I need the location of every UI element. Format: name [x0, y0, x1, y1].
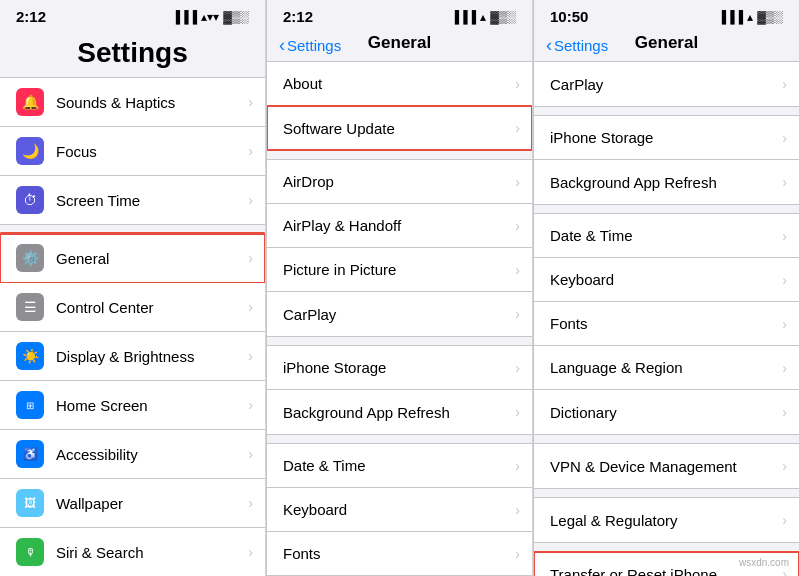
general-group-3: iPhone Storage › Background App Refresh … [267, 345, 532, 435]
status-icons-2: ▐▐▐ ▴ ▓▒░ [451, 10, 516, 24]
general-item-background-refresh[interactable]: Background App Refresh › [267, 390, 532, 434]
screen-time-chevron: › [248, 192, 253, 208]
iphone-storage-label-3: iPhone Storage [550, 129, 782, 146]
back-chevron-3: ‹ [546, 35, 552, 56]
legal-chevron-3: › [782, 512, 787, 528]
fonts-chevron-2: › [515, 546, 520, 562]
background-refresh-label-3: Background App Refresh [550, 174, 782, 191]
general3-item-iphone-storage[interactable]: iPhone Storage › [534, 116, 799, 160]
keyboard-chevron-2: › [515, 502, 520, 518]
panel2-content: About › Software Update › AirDrop › AirP… [267, 61, 532, 576]
general-item-airdrop[interactable]: AirDrop › [267, 160, 532, 204]
siri-chevron: › [248, 544, 253, 560]
time-1: 2:12 [16, 8, 46, 25]
general-item-carplay[interactable]: CarPlay › [267, 292, 532, 336]
settings-item-sounds[interactable]: 🔔 Sounds & Haptics › [0, 78, 265, 127]
general-item-date-time[interactable]: Date & Time › [267, 444, 532, 488]
accessibility-label: Accessibility [56, 446, 248, 463]
control-center-icon: ☰ [16, 293, 44, 321]
language-label-3: Language & Region [550, 359, 782, 376]
watermark: wsxdn.com [739, 557, 789, 568]
settings-item-focus[interactable]: 🌙 Focus › [0, 127, 265, 176]
vpn-chevron-3: › [782, 458, 787, 474]
settings-item-wallpaper[interactable]: 🖼 Wallpaper › [0, 479, 265, 528]
display-label: Display & Brightness [56, 348, 248, 365]
settings-item-control-center[interactable]: ☰ Control Center › [0, 283, 265, 332]
settings-item-home-screen[interactable]: ⊞ Home Screen › [0, 381, 265, 430]
general-item-software-update[interactable]: Software Update › [267, 106, 532, 150]
date-time-chevron-3: › [782, 228, 787, 244]
back-button-3[interactable]: ‹ Settings [546, 35, 608, 56]
dictionary-label-3: Dictionary [550, 404, 782, 421]
general-icon: ⚙️ [16, 244, 44, 272]
home-screen-chevron: › [248, 397, 253, 413]
general-chevron: › [248, 250, 253, 266]
settings-item-display[interactable]: ☀️ Display & Brightness › [0, 332, 265, 381]
display-chevron: › [248, 348, 253, 364]
keyboard-label-3: Keyboard [550, 271, 782, 288]
date-time-label-2: Date & Time [283, 457, 515, 474]
iphone-storage-chevron-3: › [782, 130, 787, 146]
wifi-icon-2: ▴ [480, 10, 486, 24]
language-chevron-3: › [782, 360, 787, 376]
status-icons-3: ▐▐▐ ▴ ▓▒░ [718, 10, 783, 24]
status-bar-1: 2:12 ▐▐▐ ▴▾▾ ▓▒░ [0, 0, 265, 29]
dictionary-chevron-3: › [782, 404, 787, 420]
about-label: About [283, 75, 515, 92]
general-item-keyboard[interactable]: Keyboard › [267, 488, 532, 532]
display-icon: ☀️ [16, 342, 44, 370]
general3-item-carplay[interactable]: CarPlay › [534, 62, 799, 106]
settings-item-siri[interactable]: 🎙 Siri & Search › [0, 528, 265, 576]
general3-item-language[interactable]: Language & Region › [534, 346, 799, 390]
wallpaper-chevron: › [248, 495, 253, 511]
general3-group-1: CarPlay › [534, 61, 799, 107]
general3-item-fonts[interactable]: Fonts › [534, 302, 799, 346]
back-button-2[interactable]: ‹ Settings [279, 35, 341, 56]
fonts-label-3: Fonts [550, 315, 782, 332]
control-center-label: Control Center [56, 299, 248, 316]
general-item-iphone-storage[interactable]: iPhone Storage › [267, 346, 532, 390]
settings-group-2: ⚙️ General › ☰ Control Center › ☀️ Displ… [0, 233, 265, 576]
settings-item-screen-time[interactable]: ⏱ Screen Time › [0, 176, 265, 224]
general3-item-legal[interactable]: Legal & Regulatory › [534, 498, 799, 542]
iphone-storage-chevron-2: › [515, 360, 520, 376]
general-item-fonts[interactable]: Fonts › [267, 532, 532, 576]
general3-item-background-refresh[interactable]: Background App Refresh › [534, 160, 799, 204]
background-refresh-chevron-3: › [782, 174, 787, 190]
settings-title: Settings [77, 37, 187, 68]
home-screen-icon: ⊞ [16, 391, 44, 419]
vpn-label-3: VPN & Device Management [550, 458, 782, 475]
signal-icon-2: ▐▐▐ [451, 10, 477, 24]
general3-item-vpn[interactable]: VPN & Device Management › [534, 444, 799, 488]
general-label: General [56, 250, 248, 267]
general-item-airplay[interactable]: AirPlay & Handoff › [267, 204, 532, 248]
date-time-chevron-2: › [515, 458, 520, 474]
general3-item-dictionary[interactable]: Dictionary › [534, 390, 799, 434]
background-refresh-label-2: Background App Refresh [283, 404, 515, 421]
background-refresh-chevron-2: › [515, 404, 520, 420]
software-update-label: Software Update [283, 120, 515, 137]
panel-2-general: 2:12 ▐▐▐ ▴ ▓▒░ ‹ Settings General About … [267, 0, 533, 576]
back-label-3: Settings [554, 37, 608, 54]
general3-item-keyboard[interactable]: Keyboard › [534, 258, 799, 302]
general3-group-5: Legal & Regulatory › [534, 497, 799, 543]
about-chevron: › [515, 76, 520, 92]
date-time-label-3: Date & Time [550, 227, 782, 244]
general-item-picture[interactable]: Picture in Picture › [267, 248, 532, 292]
screen-time-icon: ⏱ [16, 186, 44, 214]
general3-item-date-time[interactable]: Date & Time › [534, 214, 799, 258]
settings-item-general[interactable]: ⚙️ General › [0, 234, 265, 283]
focus-icon: 🌙 [16, 137, 44, 165]
carplay-label-2: CarPlay [283, 306, 515, 323]
settings-item-accessibility[interactable]: ♿ Accessibility › [0, 430, 265, 479]
nav-header-3: ‹ Settings General [534, 29, 799, 61]
picture-label: Picture in Picture [283, 261, 515, 278]
siri-label: Siri & Search [56, 544, 248, 561]
battery-icon-3: ▓▒░ [757, 10, 783, 24]
iphone-storage-label-2: iPhone Storage [283, 359, 515, 376]
airdrop-chevron: › [515, 174, 520, 190]
general-item-about[interactable]: About › [267, 62, 532, 106]
fonts-chevron-3: › [782, 316, 787, 332]
carplay-chevron-3: › [782, 76, 787, 92]
back-label-2: Settings [287, 37, 341, 54]
